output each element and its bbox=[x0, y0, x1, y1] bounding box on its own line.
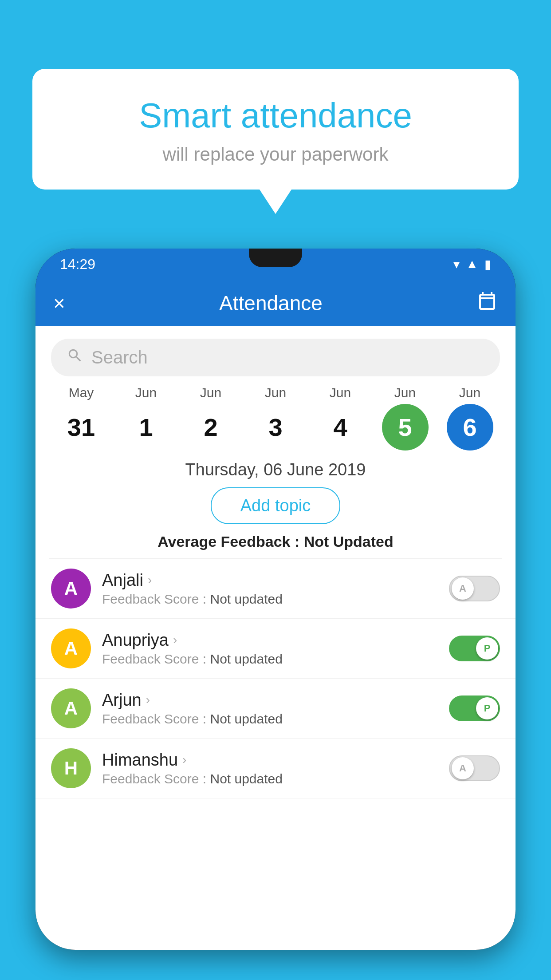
date-day-1: 1 bbox=[123, 404, 169, 450]
student-name-1[interactable]: Anupriya › bbox=[102, 631, 438, 650]
phone-frame-container: 14:29 ▾ ▲ ▮ × Attendance bbox=[35, 249, 516, 980]
student-info-0: Anjali ›Feedback Score : Not updated bbox=[102, 571, 438, 607]
date-strip: May31Jun1Jun2Jun3Jun4Jun5Jun6 bbox=[35, 385, 516, 450]
header-title: Attendance bbox=[219, 291, 323, 315]
selected-date: Thursday, 06 June 2019 bbox=[35, 460, 516, 479]
speech-bubble-subtitle: will replace your paperwork bbox=[55, 144, 496, 165]
date-month-3: Jun bbox=[265, 385, 286, 400]
status-bar: 14:29 ▾ ▲ ▮ bbox=[35, 249, 516, 280]
date-month-6: Jun bbox=[459, 385, 480, 400]
date-item-0[interactable]: May31 bbox=[55, 385, 108, 450]
chevron-icon-1: › bbox=[173, 633, 177, 647]
date-item-2[interactable]: Jun2 bbox=[184, 385, 237, 450]
student-item-2: AArjun ›Feedback Score : Not updatedP bbox=[35, 679, 516, 739]
speech-bubble-container: Smart attendance will replace your paper… bbox=[32, 69, 519, 190]
date-item-4[interactable]: Jun4 bbox=[314, 385, 367, 450]
student-feedback-1: Feedback Score : Not updated bbox=[102, 652, 438, 667]
avg-feedback-label: Average Feedback : bbox=[157, 533, 303, 550]
date-month-1: Jun bbox=[135, 385, 157, 400]
student-avatar-0: A bbox=[51, 569, 91, 609]
attendance-toggle-3[interactable]: A bbox=[449, 755, 500, 781]
avg-feedback-value: Not Updated bbox=[304, 533, 394, 550]
student-feedback-0: Feedback Score : Not updated bbox=[102, 592, 438, 607]
date-month-5: Jun bbox=[394, 385, 416, 400]
speech-bubble: Smart attendance will replace your paper… bbox=[32, 69, 519, 190]
student-avatar-1: A bbox=[51, 628, 91, 668]
student-name-3[interactable]: Himanshu › bbox=[102, 751, 438, 770]
wifi-icon: ▾ bbox=[453, 257, 460, 272]
phone-notch bbox=[249, 249, 302, 267]
search-placeholder: Search bbox=[91, 348, 148, 368]
phone-frame: 14:29 ▾ ▲ ▮ × Attendance bbox=[35, 249, 516, 950]
status-icons: ▾ ▲ ▮ bbox=[453, 257, 491, 272]
calendar-icon[interactable] bbox=[476, 290, 498, 316]
student-item-3: HHimanshu ›Feedback Score : Not updatedA bbox=[35, 739, 516, 798]
chevron-icon-2: › bbox=[146, 693, 150, 707]
date-day-0: 31 bbox=[58, 404, 105, 450]
student-item-0: AAnjali ›Feedback Score : Not updatedA bbox=[35, 559, 516, 619]
student-list: AAnjali ›Feedback Score : Not updatedAAA… bbox=[35, 559, 516, 798]
speech-bubble-title: Smart attendance bbox=[55, 95, 496, 136]
student-info-3: Himanshu ›Feedback Score : Not updated bbox=[102, 751, 438, 786]
toggle-container-0[interactable]: A bbox=[449, 576, 500, 601]
toggle-container-3[interactable]: A bbox=[449, 755, 500, 781]
avg-feedback: Average Feedback : Not Updated bbox=[35, 533, 516, 550]
date-day-2: 2 bbox=[188, 404, 234, 450]
attendance-toggle-1[interactable]: P bbox=[449, 636, 500, 661]
search-bar[interactable]: Search bbox=[51, 339, 500, 376]
student-item-1: AAnupriya ›Feedback Score : Not updatedP bbox=[35, 619, 516, 679]
student-avatar-2: A bbox=[51, 688, 91, 728]
status-time: 14:29 bbox=[60, 256, 95, 273]
student-avatar-3: H bbox=[51, 748, 91, 788]
date-item-5[interactable]: Jun5 bbox=[378, 385, 432, 450]
date-month-2: Jun bbox=[200, 385, 221, 400]
date-month-0: May bbox=[69, 385, 94, 400]
toggle-container-2[interactable]: P bbox=[449, 695, 500, 721]
attendance-toggle-0[interactable]: A bbox=[449, 576, 500, 601]
date-month-4: Jun bbox=[330, 385, 351, 400]
date-item-6[interactable]: Jun6 bbox=[443, 385, 496, 450]
date-day-6: 6 bbox=[447, 404, 493, 450]
chevron-icon-0: › bbox=[148, 573, 152, 587]
add-topic-button[interactable]: Add topic bbox=[211, 487, 340, 524]
student-feedback-2: Feedback Score : Not updated bbox=[102, 711, 438, 727]
toggle-knob-2: P bbox=[476, 697, 498, 719]
date-day-4: 4 bbox=[317, 404, 364, 450]
toggle-knob-3: A bbox=[452, 757, 474, 779]
signal-icon: ▲ bbox=[466, 257, 478, 271]
toggle-container-1[interactable]: P bbox=[449, 636, 500, 661]
date-day-5: 5 bbox=[382, 404, 429, 450]
phone-content: Search May31Jun1Jun2Jun3Jun4Jun5Jun6 Thu… bbox=[35, 326, 516, 950]
search-icon bbox=[67, 347, 83, 368]
student-name-2[interactable]: Arjun › bbox=[102, 691, 438, 710]
student-info-1: Anupriya ›Feedback Score : Not updated bbox=[102, 631, 438, 667]
date-item-3[interactable]: Jun3 bbox=[249, 385, 302, 450]
toggle-knob-1: P bbox=[476, 637, 498, 660]
student-name-0[interactable]: Anjali › bbox=[102, 571, 438, 590]
student-info-2: Arjun ›Feedback Score : Not updated bbox=[102, 691, 438, 727]
battery-icon: ▮ bbox=[484, 257, 491, 272]
chevron-icon-3: › bbox=[182, 753, 186, 767]
student-feedback-3: Feedback Score : Not updated bbox=[102, 771, 438, 786]
app-header: × Attendance bbox=[35, 280, 516, 326]
date-item-1[interactable]: Jun1 bbox=[119, 385, 173, 450]
date-day-3: 3 bbox=[252, 404, 299, 450]
toggle-knob-0: A bbox=[452, 577, 474, 600]
attendance-toggle-2[interactable]: P bbox=[449, 695, 500, 721]
close-button[interactable]: × bbox=[53, 291, 65, 315]
